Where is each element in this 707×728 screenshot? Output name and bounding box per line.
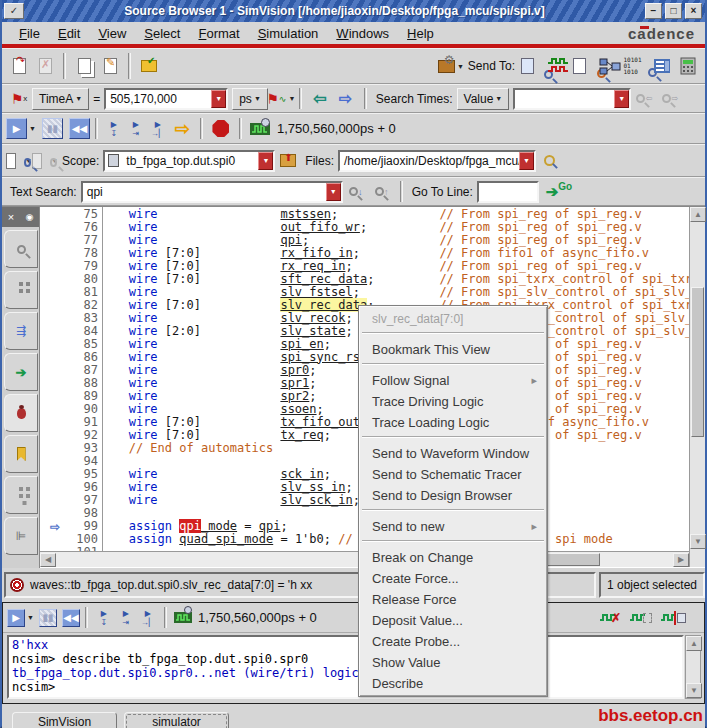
code-text[interactable]: wire sck_in; bbox=[103, 467, 331, 481]
tab-send-to[interactable]: ➔ bbox=[4, 353, 38, 391]
goto-line-input[interactable] bbox=[477, 181, 539, 203]
time-unit-dropdown[interactable]: ps▼ bbox=[232, 88, 268, 110]
delete-signal-icon[interactable]: ✗ bbox=[32, 53, 58, 79]
menu-item[interactable]: Help bbox=[398, 24, 443, 43]
context-menu-item[interactable]: ▸ bbox=[362, 509, 544, 511]
bottom-tab[interactable]: SimVision bbox=[12, 712, 117, 728]
pause-button[interactable]: ▮▮ bbox=[42, 118, 63, 139]
schematic-view-icon[interactable]: ▼ bbox=[32, 148, 58, 174]
context-menu-item[interactable]: Trace Loading Logic ▸ bbox=[360, 411, 546, 432]
console-scrollbar[interactable]: ▲ ▼ bbox=[685, 635, 701, 699]
context-menu-item[interactable]: ▸ bbox=[362, 436, 544, 438]
files-dropdown-icon[interactable]: ▼ bbox=[519, 152, 534, 170]
tab-signal-list[interactable]: ⇶ bbox=[4, 312, 38, 350]
bottom-tab[interactable]: simulator bbox=[124, 712, 229, 728]
menu-item[interactable]: Simulation bbox=[249, 24, 328, 43]
menu-item[interactable]: Windows bbox=[327, 24, 398, 43]
context-menu-item[interactable]: ▸ bbox=[362, 363, 544, 365]
send-to-waveform-icon[interactable] bbox=[519, 53, 545, 79]
search-mode-dropdown[interactable]: Value▼ bbox=[457, 88, 510, 110]
copy-icon[interactable] bbox=[71, 53, 97, 79]
menu-item[interactable]: Format bbox=[189, 24, 248, 43]
stop-button[interactable] bbox=[208, 116, 234, 142]
breakpoint-gutter[interactable]: ⇨ bbox=[40, 517, 70, 535]
send-to-list-icon[interactable] bbox=[649, 53, 675, 79]
search-value-combo[interactable]: ▼ bbox=[513, 88, 631, 110]
go-button[interactable]: ➔ Go bbox=[539, 179, 579, 205]
next-edge-icon[interactable]: ⇨ bbox=[333, 86, 359, 112]
source-code-line[interactable]: ⇨ 75 wire mstssen; // From spi_reg of sp… bbox=[40, 207, 689, 220]
context-menu-item[interactable]: Send to Waveform Window ▸ bbox=[360, 442, 546, 463]
code-text[interactable]: wire qpi; // From spi_reg of spi_reg.v bbox=[103, 233, 642, 247]
context-menu-item[interactable]: Create Force... ▸ bbox=[360, 567, 546, 588]
send-to-calculator-icon[interactable] bbox=[675, 53, 701, 79]
find-next-icon[interactable]: ↓ bbox=[343, 179, 369, 205]
tab-design-hierarchy[interactable] bbox=[4, 271, 38, 309]
scroll-up-icon[interactable]: ▲ bbox=[690, 207, 706, 222]
comment-flag-icon[interactable]: ✔ bbox=[136, 53, 162, 79]
scope-value[interactable]: tb_fpga_top.dut.spi0 bbox=[122, 154, 258, 168]
source-vertical-scrollbar[interactable]: ▲ ▼ bbox=[689, 207, 705, 567]
send-to-waveform-window-icon[interactable] bbox=[545, 53, 571, 79]
step-into-button[interactable]: ▶↧ bbox=[103, 117, 125, 141]
scroll-down-icon[interactable]: ▼ bbox=[686, 683, 702, 698]
tab-bookmarks[interactable] bbox=[4, 435, 38, 473]
source-code-line[interactable]: ⇨ 78 wire [7:0] rx_fifo_in; // From fifo… bbox=[40, 246, 689, 259]
open-file-icon[interactable]: ↷ bbox=[6, 53, 32, 79]
time-value-combo[interactable]: 505,170,000 ▼ bbox=[104, 88, 228, 110]
console-run-button[interactable]: ▶ bbox=[7, 609, 25, 627]
time-flag-icon[interactable]: ⚑x bbox=[6, 86, 32, 112]
context-menu-item[interactable]: Create Probe... ▸ bbox=[360, 630, 546, 651]
context-menu-item[interactable]: Describe ▸ bbox=[360, 672, 546, 693]
source-browser-icon[interactable]: ▼ bbox=[6, 148, 32, 174]
text-search-value[interactable]: qpi bbox=[83, 185, 326, 199]
scroll-down-icon[interactable]: ▼ bbox=[690, 534, 706, 549]
edit-icon[interactable]: ✎ bbox=[97, 53, 123, 79]
context-menu-item[interactable]: Show Value ▸ bbox=[360, 651, 546, 672]
source-code-line[interactable]: ⇨ 80 wire [7:0] sft_rec_data; // From sp… bbox=[40, 272, 689, 285]
code-text[interactable]: // End of automatics bbox=[103, 441, 273, 455]
search-forward-icon[interactable]: ⇨ bbox=[657, 86, 683, 112]
select-waveform-icon[interactable] bbox=[629, 611, 652, 625]
run-button[interactable]: ▶ bbox=[6, 118, 27, 139]
console-step-into-button[interactable]: ▶↧ bbox=[93, 608, 115, 628]
browse-files-icon[interactable] bbox=[536, 148, 562, 174]
search-value-dropdown-icon[interactable]: ▼ bbox=[614, 90, 629, 108]
context-menu-item[interactable]: Send to Schematic Tracer ▸ bbox=[360, 463, 546, 484]
text-search-combo[interactable]: qpi ▼ bbox=[81, 181, 343, 203]
window-menu-icon[interactable]: ✓ bbox=[4, 3, 24, 19]
flag-waveform-icon[interactable]: ⚑∿▼ bbox=[268, 86, 294, 112]
reset-button[interactable]: ◀◀ bbox=[69, 118, 90, 139]
tab-schematic-blocks[interactable] bbox=[4, 476, 38, 514]
minimize-button[interactable]: − bbox=[645, 3, 662, 19]
context-menu-item[interactable]: Break on Change ▸ bbox=[360, 546, 546, 567]
send-to-source-browser-icon[interactable]: 10101 01 1010 bbox=[623, 53, 649, 79]
context-menu-item[interactable]: Follow Signal ▸ bbox=[360, 369, 546, 390]
source-code-line[interactable]: ⇨ 77 wire qpi; // From spi_reg of spi_re… bbox=[40, 233, 689, 246]
send-to-schematic-tracer-icon[interactable] bbox=[571, 53, 597, 79]
menu-item[interactable]: Select bbox=[135, 24, 189, 43]
find-previous-icon[interactable]: ↑ bbox=[369, 179, 395, 205]
context-menu-item[interactable]: Release Force ▸ bbox=[360, 588, 546, 609]
context-menu-item[interactable]: ▸ bbox=[362, 332, 544, 334]
tab-debug[interactable] bbox=[4, 394, 38, 432]
context-menu-item[interactable]: Send to Design Browser ▸ bbox=[360, 484, 546, 505]
detach-panel-icon[interactable]: ◉ bbox=[25, 212, 33, 222]
source-code-line[interactable]: ⇨ 76 wire out_fifo_wr; // From spi_reg o… bbox=[40, 220, 689, 233]
files-value[interactable]: /home/jiaoxin/Desktop/fpga_mcu/spi/s bbox=[340, 154, 519, 168]
console-step-out-button[interactable]: ▶→▏ bbox=[137, 608, 159, 628]
continue-icon[interactable]: ⇨ bbox=[169, 116, 195, 142]
step-over-button[interactable]: ▶⇥ bbox=[125, 117, 147, 141]
console-reset-button[interactable]: ◀◀ bbox=[62, 609, 80, 627]
code-text[interactable]: assign qpi_mode = qpi; bbox=[103, 519, 288, 533]
scroll-right-icon[interactable]: ▶ bbox=[673, 553, 689, 567]
context-menu-item[interactable]: ▸ bbox=[362, 540, 544, 542]
clear-waveform-icon[interactable]: ✗ bbox=[599, 611, 621, 625]
code-text[interactable]: wire out_fifo_wr; // From spi_reg of spi… bbox=[103, 220, 642, 234]
code-text[interactable]: wire mstssen; // From spi_reg of spi_reg… bbox=[103, 207, 642, 221]
parent-scope-icon[interactable] bbox=[275, 148, 301, 174]
close-panel-icon[interactable]: × bbox=[8, 211, 14, 223]
previous-edge-icon[interactable]: ⇦ bbox=[307, 86, 333, 112]
step-out-button[interactable]: ▶→▏ bbox=[147, 117, 169, 141]
tab-connectivity[interactable]: ⊫ bbox=[4, 517, 38, 555]
